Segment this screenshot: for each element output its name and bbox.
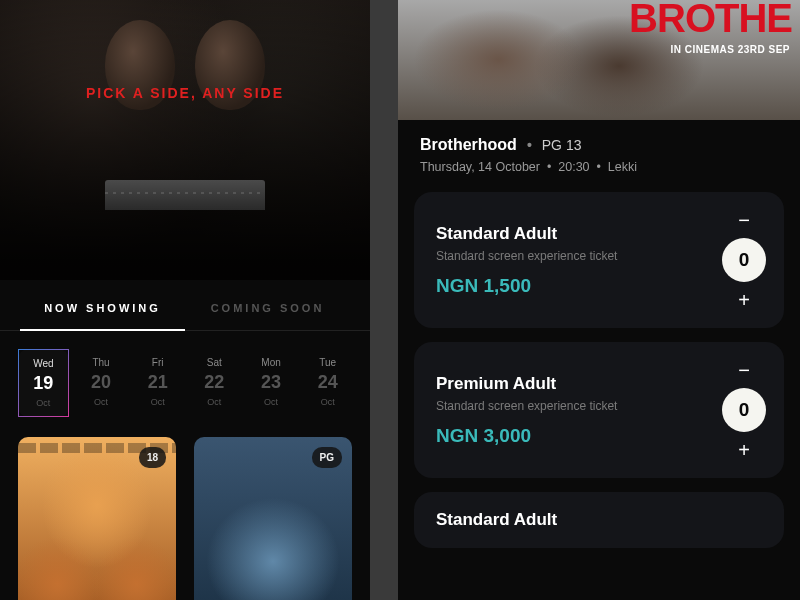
movie-rating: PG 13 — [542, 137, 582, 153]
hero-art — [0, 0, 370, 280]
ticket-name: Standard Adult — [436, 510, 766, 530]
tab-coming-soon[interactable]: COMING SOON — [185, 288, 350, 330]
date-mon: Oct — [94, 397, 108, 407]
date-mon: Oct — [36, 398, 50, 408]
banner-subtitle: IN CINEMAS 23RD SEP — [670, 44, 790, 55]
date-option[interactable]: Fri 21 Oct — [133, 349, 182, 417]
quantity-count: 0 — [722, 388, 766, 432]
listing-screen: PICK A SIDE, ANY SIDE NOW SHOWING COMING… — [0, 0, 370, 600]
date-option[interactable]: Sat 22 Oct — [190, 349, 239, 417]
date-dow: Wed — [33, 358, 53, 369]
date-num: 20 — [91, 372, 111, 393]
date-dow: Mon — [261, 357, 280, 368]
date-num: 19 — [33, 373, 53, 394]
tab-now-showing[interactable]: NOW SHOWING — [20, 288, 185, 330]
ticket-row: Standard Adult — [414, 492, 784, 548]
movie-poster[interactable]: PG — [194, 437, 352, 600]
date-option[interactable]: Thu 20 Oct — [77, 349, 126, 417]
hero-bridge — [105, 180, 265, 210]
date-option[interactable]: Mon 23 Oct — [247, 349, 296, 417]
minus-icon[interactable]: − — [730, 360, 758, 380]
separator-dot: • — [527, 137, 532, 153]
date-option[interactable]: Tue 24 Oct — [303, 349, 352, 417]
plus-icon[interactable]: + — [730, 440, 758, 460]
tabs: NOW SHOWING COMING SOON — [0, 288, 370, 331]
banner-title: BROTHE — [629, 0, 792, 36]
date-dow: Sat — [207, 357, 222, 368]
date-num: 21 — [148, 372, 168, 393]
movie-poster[interactable]: 18 — [18, 437, 176, 600]
date-picker: Wed 19 Oct Thu 20 Oct Fri 21 Oct Sat 22 … — [0, 331, 370, 431]
age-badge: PG — [312, 447, 342, 468]
plus-icon[interactable]: + — [730, 290, 758, 310]
ticket-row: Premium Adult Standard screen experience… — [414, 342, 784, 478]
ticket-price: NGN 1,500 — [436, 275, 710, 297]
date-dow: Thu — [92, 357, 109, 368]
hero-banner[interactable]: PICK A SIDE, ANY SIDE — [0, 0, 370, 280]
ticket-name: Standard Adult — [436, 224, 710, 244]
ticket-list: Standard Adult Standard screen experienc… — [398, 192, 800, 548]
date-dow: Tue — [319, 357, 336, 368]
quantity-stepper: − 0 + — [722, 210, 766, 310]
ticket-desc: Standard screen experience ticket — [436, 399, 710, 413]
quantity-count: 0 — [722, 238, 766, 282]
show-time: 20:30 — [558, 160, 589, 174]
ticket-screen: BROTHE IN CINEMAS 23RD SEP Brotherhood •… — [398, 0, 800, 600]
show-date: Thursday, 14 October — [420, 160, 540, 174]
date-mon: Oct — [207, 397, 221, 407]
separator-dot: • — [593, 160, 608, 174]
ticket-desc: Standard screen experience ticket — [436, 249, 710, 263]
date-num: 22 — [204, 372, 224, 393]
hero-tagline: PICK A SIDE, ANY SIDE — [86, 85, 284, 101]
date-num: 23 — [261, 372, 281, 393]
show-location: Lekki — [608, 160, 637, 174]
separator-dot: • — [543, 160, 558, 174]
ticket-row: Standard Adult Standard screen experienc… — [414, 192, 784, 328]
movie-title: Brotherhood — [420, 136, 517, 154]
date-mon: Oct — [264, 397, 278, 407]
date-option[interactable]: Wed 19 Oct — [18, 349, 69, 417]
movie-banner: BROTHE IN CINEMAS 23RD SEP — [398, 0, 800, 120]
age-badge: 18 — [139, 447, 166, 468]
showtime-info: Brotherhood • PG 13 Thursday, 14 October… — [398, 120, 800, 192]
ticket-price: NGN 3,000 — [436, 425, 710, 447]
date-dow: Fri — [152, 357, 164, 368]
poster-row: 18 PG — [0, 431, 370, 600]
quantity-stepper: − 0 + — [722, 360, 766, 460]
date-mon: Oct — [321, 397, 335, 407]
minus-icon[interactable]: − — [730, 210, 758, 230]
date-num: 24 — [318, 372, 338, 393]
date-mon: Oct — [151, 397, 165, 407]
ticket-name: Premium Adult — [436, 374, 710, 394]
